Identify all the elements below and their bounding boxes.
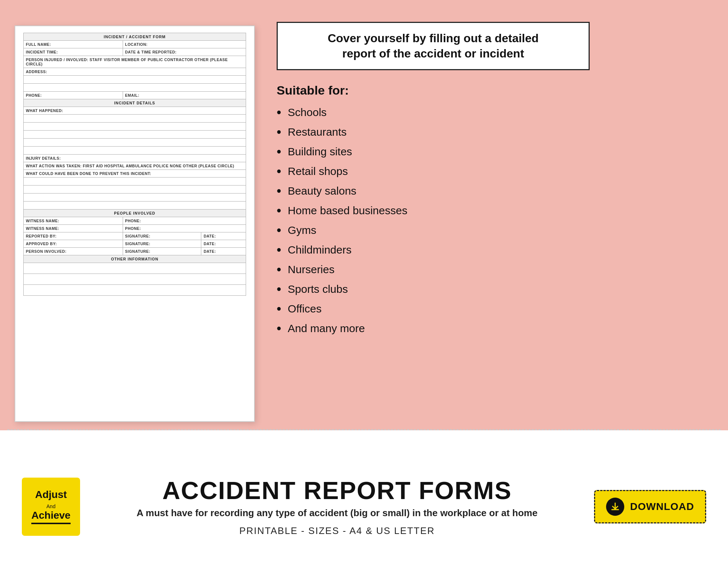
what-action-label: WHAT ACTION WAS TAKEN: FIRST AID HOSPITA… (24, 162, 246, 170)
signature-3-label: SIGNATURE: (123, 248, 201, 255)
what-happened-label: WHAT HAPPENED: (24, 107, 246, 115)
incident-time-label: INCIDENT TIME: (24, 48, 123, 56)
download-button[interactable]: DOWNLOAD (594, 490, 706, 523)
person-involved-2-label: PERSON INVOLVED: (24, 248, 123, 255)
people-involved-header: PEOPLE INVOLVED (24, 210, 246, 217)
banner-printable: PRINTABLE - SIZES - A4 & US LETTER (95, 525, 579, 537)
signature-2-label: SIGNATURE: (123, 240, 201, 248)
location-label: LOCATION: (123, 41, 246, 48)
suitability-item-11: And many more (277, 321, 692, 336)
witness-name-2: WITNESS NAME: (24, 225, 123, 232)
main-area: INCIDENT / ACCIDENT FORM FULL NAME: LOCA… (0, 0, 728, 429)
suitable-heading: Suitable for: (277, 83, 692, 97)
logo-text: Adjust And Achieve (31, 489, 70, 524)
injury-details-label: INJURY DETAILS: (24, 155, 246, 162)
bottom-banner: Adjust And Achieve ACCIDENT REPORT FORMS… (0, 430, 728, 582)
suitability-item-4: Beauty salons (277, 183, 692, 199)
address-label: ADDRESS: (24, 68, 246, 76)
witness-phone-2: PHONE: (123, 225, 246, 232)
date-2-label: DATE: (201, 240, 246, 248)
email-label: EMAIL: (123, 92, 246, 99)
banner-center: ACCIDENT REPORT FORMS A must have for re… (95, 477, 579, 537)
suitability-item-10: Offices (277, 301, 692, 316)
suitability-item-5: Home based businesses (277, 203, 692, 218)
banner-title: ACCIDENT REPORT FORMS (95, 477, 579, 504)
what-could-label: WHAT COULD HAVE BEEN DONE TO PREVENT THI… (24, 170, 246, 178)
headline-text: Cover yourself by filling out a detailed… (289, 31, 578, 61)
date-1-label: DATE: (201, 232, 246, 240)
info-panel: Cover yourself by filling out a detailed… (255, 15, 713, 422)
approved-by-label: APPROVED BY: (24, 240, 123, 248)
phone-label: PHONE: (24, 92, 123, 99)
other-info-header: OTHER INFORMATION (24, 255, 246, 263)
incident-details-header: INCIDENT DETAILS (24, 99, 246, 107)
suitability-list: SchoolsRestaurantsBuilding sitesRetail s… (277, 105, 692, 336)
date-3-label: DATE: (201, 248, 246, 255)
download-label: DOWNLOAD (630, 501, 694, 513)
form-preview: INCIDENT / ACCIDENT FORM FULL NAME: LOCA… (15, 25, 255, 422)
person-involved-label: PERSON INJURED / INVOLVED: STAFF VISITOR… (24, 56, 246, 68)
date-reported-label: DATE & TIME REPORTED: (123, 48, 246, 56)
suitability-item-0: Schools (277, 105, 692, 120)
banner-subtitle: A must have for recording any type of ac… (95, 507, 579, 519)
suitability-item-8: Nurseries (277, 262, 692, 277)
headline-box: Cover yourself by filling out a detailed… (277, 22, 590, 70)
suitability-item-2: Building sites (277, 144, 692, 159)
suitability-item-7: Childminders (277, 242, 692, 258)
witness-phone-1: PHONE: (123, 217, 246, 225)
suitability-item-3: Retail shops (277, 164, 692, 179)
suitability-item-6: Gyms (277, 223, 692, 238)
logo-box: Adjust And Achieve (22, 478, 80, 536)
full-name-label: FULL NAME: (24, 41, 123, 48)
suitability-item-9: Sports clubs (277, 282, 692, 297)
download-icon (606, 498, 624, 516)
form-title: INCIDENT / ACCIDENT FORM (24, 33, 246, 41)
witness-name-1: WITNESS NAME: (24, 217, 123, 225)
suitability-item-1: Restaurants (277, 124, 692, 140)
signature-1-label: SIGNATURE: (123, 232, 201, 240)
reported-by-label: REPORTED BY: (24, 232, 123, 240)
